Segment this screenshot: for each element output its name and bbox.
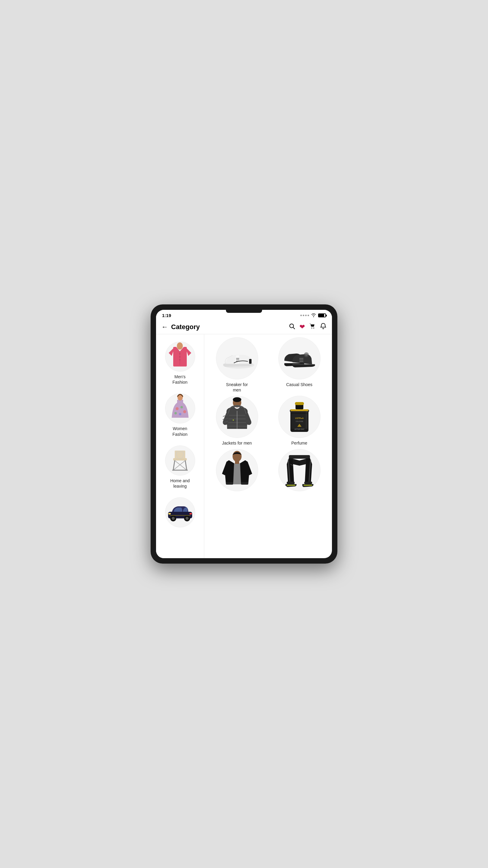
product-hoodie[interactable] [207, 449, 267, 494]
svg-point-43 [305, 353, 307, 356]
tablet-notch [226, 310, 262, 313]
svg-rect-68 [235, 460, 239, 464]
wishlist-icon[interactable]: ❤ [299, 323, 305, 331]
mens-fashion-label: Men'sFashion [173, 374, 188, 385]
joggers-svg [281, 449, 318, 491]
svg-rect-71 [289, 455, 310, 459]
jackets-circle: ● [216, 396, 258, 438]
perfume-svg: USTR●A COLOGNE AFTER DAY [283, 397, 316, 436]
jacket-svg: ● [218, 397, 257, 436]
hoodie-circle [216, 449, 258, 491]
search-icon[interactable] [289, 323, 295, 331]
svg-rect-69 [226, 482, 233, 485]
app-header: ← Category ❤ [156, 320, 332, 334]
svg-text:AFTER DAY: AFTER DAY [294, 428, 304, 430]
sidebar-item-mens-fashion[interactable]: Men'sFashion [156, 337, 204, 389]
perfume-circle: USTR●A COLOGNE AFTER DAY [278, 396, 321, 438]
chair-svg [167, 447, 193, 473]
main-content: Men'sFashion [156, 334, 332, 558]
header-right: ❤ [289, 323, 327, 331]
svg-rect-31 [168, 513, 171, 515]
toys-circle [165, 497, 195, 527]
sidebar-item-toys[interactable] [156, 493, 204, 534]
signal-icon [300, 315, 309, 316]
cart-icon[interactable] [309, 323, 316, 331]
sneaker-svg [218, 343, 257, 373]
svg-point-3 [313, 328, 314, 329]
tablet-frame: 1:19 [151, 304, 337, 564]
status-time: 1:19 [162, 313, 171, 318]
women-fashion-label: WomenFashion [173, 426, 188, 437]
status-icons [300, 313, 326, 318]
back-button[interactable]: ← [161, 323, 168, 331]
svg-rect-76 [287, 485, 295, 486]
left-sidebar: Men'sFashion [156, 334, 204, 558]
mens-shirt-svg [167, 342, 193, 371]
svg-point-28 [172, 517, 175, 520]
svg-rect-38 [249, 359, 252, 364]
svg-text:COLOGNE: COLOGNE [295, 421, 303, 422]
hoodie-svg [218, 450, 257, 490]
svg-line-24 [173, 461, 185, 470]
sidebar-item-home-leaving[interactable]: Home andleaving [156, 441, 204, 493]
svg-line-21 [173, 461, 175, 470]
casual-shoes-label: Casual Shoes [286, 382, 313, 387]
svg-text:USTR●A: USTR●A [295, 417, 303, 419]
svg-rect-58 [290, 409, 308, 411]
svg-point-15 [174, 412, 177, 414]
product-joggers[interactable] [270, 449, 329, 494]
product-sneaker-men[interactable]: Sneaker formen [207, 337, 267, 393]
product-casual-shoes[interactable]: Casual Shoes [270, 337, 329, 393]
perfume-label: Perfume [291, 440, 307, 446]
jackets-men-label: Jackets for men [222, 440, 252, 446]
svg-line-22 [185, 461, 187, 470]
svg-text:●: ● [233, 418, 234, 421]
casual-shoes-circle [278, 337, 321, 379]
joggers-circle [278, 449, 321, 491]
svg-point-8 [179, 353, 181, 354]
svg-rect-32 [190, 513, 192, 515]
sneaker-circle [216, 337, 258, 379]
women-dress-svg [168, 394, 192, 423]
svg-point-11 [177, 342, 183, 350]
svg-point-2 [312, 328, 313, 329]
svg-rect-74 [287, 482, 295, 484]
sneaker-men-label: Sneaker formen [226, 382, 248, 393]
page-title: Category [171, 323, 200, 331]
home-leaving-circle [165, 445, 195, 475]
product-perfume[interactable]: USTR●A COLOGNE AFTER DAY Perfume [270, 396, 329, 446]
svg-rect-64 [306, 411, 307, 429]
svg-point-30 [186, 517, 189, 520]
svg-rect-57 [295, 402, 304, 405]
svg-rect-77 [304, 485, 312, 486]
svg-line-1 [293, 327, 295, 329]
svg-rect-75 [304, 482, 312, 484]
svg-point-9 [179, 356, 181, 358]
sidebar-item-women-fashion[interactable]: WomenFashion [156, 389, 204, 441]
notification-icon[interactable] [320, 323, 327, 331]
svg-rect-20 [175, 451, 185, 459]
svg-point-45 [233, 397, 241, 402]
mens-fashion-circle [165, 341, 195, 372]
battery-icon [318, 313, 326, 317]
wifi-icon [311, 313, 316, 318]
svg-point-13 [181, 406, 183, 408]
women-fashion-circle [165, 393, 195, 424]
svg-point-12 [175, 407, 178, 410]
tablet-screen: 1:19 [156, 310, 332, 558]
right-product-grid: Sneaker formen [204, 334, 332, 558]
svg-point-16 [179, 413, 181, 415]
home-leaving-label: Home andleaving [170, 478, 190, 489]
svg-point-14 [183, 410, 186, 413]
toy-car-svg [167, 503, 194, 521]
svg-line-23 [175, 461, 187, 470]
header-left: ← Category [161, 323, 200, 331]
svg-rect-70 [241, 482, 248, 485]
svg-point-10 [179, 359, 181, 361]
product-jackets-men[interactable]: ● Jackets for men [207, 396, 267, 446]
casual-shoes-svg [280, 343, 319, 374]
